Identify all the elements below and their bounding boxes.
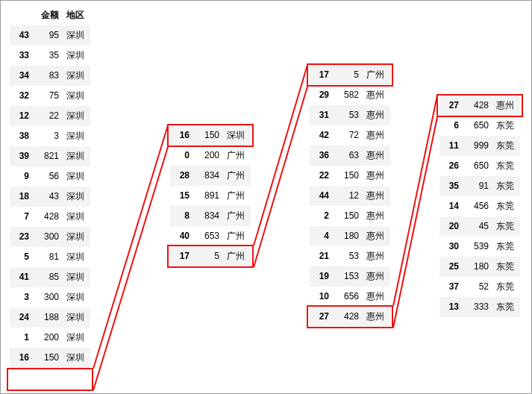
cell-amt: 63 bbox=[332, 146, 362, 166]
cell-amt: 650 bbox=[462, 116, 492, 136]
table-3: 175广州29582惠州3153惠州4272惠州3663惠州22150惠州441… bbox=[310, 65, 390, 327]
cell-city: 深圳 bbox=[62, 86, 90, 106]
cell-id: 25 bbox=[439, 257, 462, 277]
table-row: 3591东莞 bbox=[439, 176, 520, 196]
table-row: 4185深圳 bbox=[10, 267, 90, 287]
table-row: 0200广州 bbox=[170, 146, 251, 166]
cell-amt: 999 bbox=[462, 136, 492, 156]
cell-city: 深圳 bbox=[62, 166, 90, 187]
cell-city: 广州 bbox=[362, 65, 390, 85]
cell-amt: 5 bbox=[193, 246, 222, 266]
cell-city: 深圳 bbox=[62, 46, 90, 66]
cell-city: 东莞 bbox=[492, 216, 520, 237]
cell-id: 17 bbox=[310, 65, 332, 85]
cell-city: 惠州 bbox=[362, 105, 390, 125]
column-shenzhen: 金额 地区 4395深圳3335深圳3483深圳3275深圳1222深圳383深… bbox=[10, 5, 90, 368]
cell-city: 惠州 bbox=[362, 226, 390, 246]
cell-amt: 200 bbox=[32, 328, 62, 348]
cell-amt: 300 bbox=[32, 227, 62, 247]
cell-city: 东莞 bbox=[492, 237, 520, 257]
cell-city: 惠州 bbox=[362, 125, 390, 146]
cell-id: 24 bbox=[10, 307, 32, 328]
cell-id: 17 bbox=[170, 246, 193, 266]
cell-id: 30 bbox=[439, 237, 462, 257]
table-row: 3483深圳 bbox=[10, 66, 90, 86]
cell-amt: 180 bbox=[462, 257, 492, 277]
cell-id: 44 bbox=[310, 186, 332, 206]
cell-id: 12 bbox=[10, 106, 32, 126]
cell-city: 惠州 bbox=[362, 146, 390, 166]
cell-amt: 43 bbox=[32, 187, 62, 207]
cell-id: 27 bbox=[310, 307, 332, 327]
cell-amt: 539 bbox=[462, 237, 492, 257]
cell-city: 深圳 bbox=[62, 247, 90, 267]
table-row: 39821深圳 bbox=[10, 146, 90, 166]
cell-city: 东莞 bbox=[492, 297, 520, 317]
cell-amt: 72 bbox=[332, 125, 362, 146]
cell-id: 11 bbox=[439, 136, 462, 156]
table-row: 7428深圳 bbox=[10, 207, 90, 227]
hdr-city: 地区 bbox=[62, 5, 90, 25]
diagram-canvas: 金额 地区 4395深圳3335深圳3483深圳3275深圳1222深圳383深… bbox=[0, 0, 532, 394]
svg-line-1 bbox=[93, 147, 168, 390]
svg-line-3 bbox=[254, 87, 307, 267]
table-row: 16150深圳 bbox=[170, 125, 251, 146]
table-row: 1200深圳 bbox=[10, 328, 90, 348]
cell-id: 7 bbox=[10, 207, 32, 227]
cell-id: 16 bbox=[170, 125, 193, 146]
cell-amt: 150 bbox=[332, 166, 362, 186]
table-row: 30539东莞 bbox=[439, 237, 520, 257]
table-2: 16150深圳0200广州28834广州15891广州8834广州40653广州… bbox=[170, 125, 251, 266]
table-row: 2153惠州 bbox=[310, 246, 390, 266]
cell-amt: 582 bbox=[332, 85, 362, 105]
table-row: 8834广州 bbox=[170, 206, 251, 226]
cell-amt: 428 bbox=[462, 96, 492, 116]
cell-amt: 180 bbox=[332, 226, 362, 246]
cell-city: 深圳 bbox=[62, 307, 90, 328]
cell-amt: 153 bbox=[332, 266, 362, 287]
cell-amt: 56 bbox=[32, 166, 62, 187]
svg-line-0 bbox=[93, 125, 168, 369]
cell-amt: 300 bbox=[32, 287, 62, 307]
cell-id: 26 bbox=[439, 156, 462, 176]
cell-city: 深圳 bbox=[62, 66, 90, 86]
cell-id: 31 bbox=[310, 105, 332, 125]
table-row: 4412惠州 bbox=[310, 186, 390, 206]
cell-city: 惠州 bbox=[362, 246, 390, 266]
cell-city: 广州 bbox=[222, 226, 251, 246]
table-row: 14456东莞 bbox=[439, 196, 520, 216]
cell-id: 40 bbox=[170, 226, 193, 246]
cell-city: 广州 bbox=[222, 186, 251, 206]
cell-city: 东莞 bbox=[492, 196, 520, 216]
cell-city: 深圳 bbox=[222, 125, 251, 146]
cell-amt: 150 bbox=[193, 125, 222, 146]
cell-city: 广州 bbox=[222, 166, 251, 186]
cell-city: 深圳 bbox=[62, 106, 90, 126]
cell-city: 惠州 bbox=[362, 85, 390, 105]
hdr-amt: 金额 bbox=[32, 5, 62, 25]
cell-amt: 53 bbox=[332, 246, 362, 266]
cell-amt: 653 bbox=[193, 226, 222, 246]
cell-id: 19 bbox=[310, 266, 332, 287]
cell-amt: 834 bbox=[193, 206, 222, 226]
cell-city: 深圳 bbox=[62, 287, 90, 307]
cell-amt: 656 bbox=[332, 287, 362, 307]
table-row: 581深圳 bbox=[10, 247, 90, 267]
cell-amt: 200 bbox=[193, 146, 222, 166]
cell-city: 惠州 bbox=[362, 186, 390, 206]
cell-city: 深圳 bbox=[62, 227, 90, 247]
cell-amt: 3 bbox=[32, 126, 62, 146]
cell-id: 20 bbox=[439, 216, 462, 237]
table-row: 15891广州 bbox=[170, 186, 251, 206]
table-row: 27428惠州 bbox=[439, 96, 520, 116]
cell-id: 22 bbox=[310, 166, 332, 186]
cell-id: 32 bbox=[10, 86, 32, 106]
cell-city: 东莞 bbox=[492, 156, 520, 176]
table-row: 1843深圳 bbox=[10, 187, 90, 207]
table-row: 956深圳 bbox=[10, 166, 90, 187]
cell-city: 深圳 bbox=[62, 25, 90, 46]
table-row: 40653广州 bbox=[170, 226, 251, 246]
cell-id: 0 bbox=[170, 146, 193, 166]
cell-id: 1 bbox=[10, 328, 32, 348]
cell-id: 16 bbox=[10, 348, 32, 368]
